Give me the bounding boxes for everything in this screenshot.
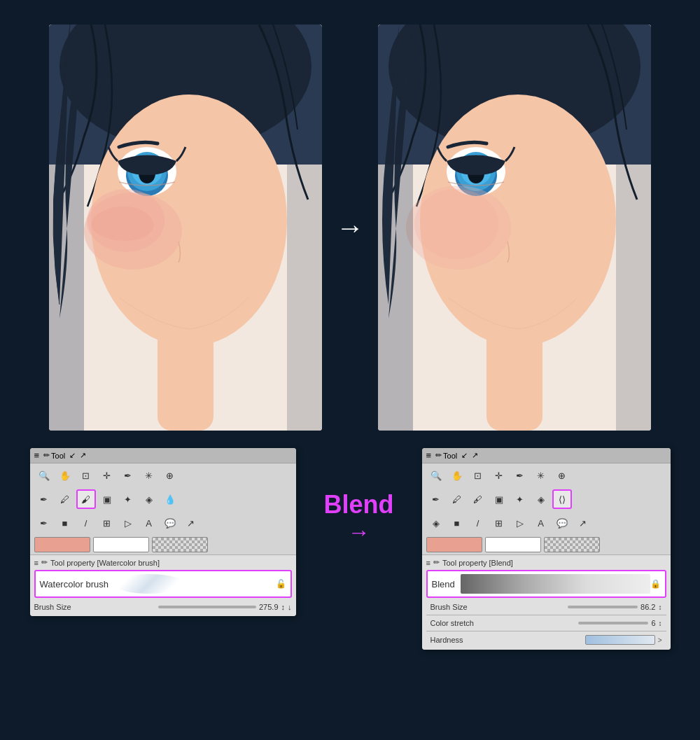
left-property-title: Tool property [Watercolor brush] (50, 559, 160, 567)
rtool-grid[interactable]: ⊞ (489, 513, 509, 533)
right-background-color[interactable] (485, 537, 541, 552)
left-color-row (30, 535, 296, 554)
left-tool-row-2: ✒ 🖊 🖌 ▣ ✦ ◈ 💧 (30, 487, 296, 511)
rtool-pen2[interactable]: ✒ (426, 489, 446, 509)
left-size-slider[interactable] (158, 606, 256, 608)
right-lock-icon[interactable]: 🔒 (650, 579, 661, 589)
tool-triangle[interactable]: ▷ (118, 513, 138, 533)
left-size-stepper[interactable]: ↕ (281, 603, 286, 611)
right-size-controls: 86.2 ↕ (568, 603, 662, 611)
right-hardness-controls: > (585, 635, 662, 645)
arrow-symbol: → (336, 212, 364, 244)
rtool-pen[interactable]: ✒ (510, 466, 530, 485)
right-color-stretch-row: Color stretch 6 ↕ (426, 617, 666, 629)
right-property-pen-icon: ✏ (433, 558, 440, 567)
tool-grid[interactable]: ⊞ (97, 513, 117, 533)
tool-text[interactable]: A (139, 513, 159, 533)
rtool-rotate[interactable]: ⊡ (468, 466, 488, 485)
tool-square[interactable]: ■ (55, 513, 75, 533)
rtool-magnify[interactable]: 🔍 (426, 466, 446, 485)
right-size-slider[interactable] (568, 606, 638, 608)
rtool-triangle[interactable]: ▷ (510, 513, 530, 533)
right-property-title: Tool property [Blend] (442, 559, 513, 567)
blend-label: Blend (323, 490, 393, 519)
rtool-text[interactable]: A (531, 513, 551, 533)
right-menu-icon[interactable]: ≡ (426, 450, 432, 461)
rtool-eyedrop[interactable]: ⊕ (552, 466, 572, 485)
tool-eraser[interactable]: ◈ (139, 489, 159, 509)
tool-select[interactable]: ↗ (181, 513, 201, 533)
left-tool-row-1: 🔍 ✋ ⊡ ✛ ✒ ✳ ⊕ (30, 463, 296, 487)
left-size-download[interactable]: ↓ (288, 603, 292, 611)
left-tab3[interactable]: ↗ (80, 451, 86, 460)
left-transparent-color (152, 537, 208, 552)
left-pen-tab[interactable]: ✏ Tool (43, 451, 65, 460)
right-size-value: 86.2 (640, 603, 655, 611)
tool-brush1[interactable]: 🖊 (55, 489, 75, 509)
rtool-diamond[interactable]: ◈ (426, 513, 446, 533)
rtool-hand[interactable]: ✋ (447, 466, 467, 485)
tool-magnify[interactable]: 🔍 (34, 466, 54, 485)
right-blend-info: Blend (432, 574, 650, 594)
tool-rotate[interactable]: ⊡ (76, 466, 96, 485)
tool-pen[interactable]: ✒ (118, 466, 138, 485)
left-brush-info: Watercolor brush (40, 574, 185, 594)
rtool-fill[interactable]: ▣ (489, 489, 509, 509)
artwork-before (49, 25, 322, 431)
svg-point-28 (414, 189, 498, 259)
tool-pen3[interactable]: ✒ (34, 513, 54, 533)
right-size-stepper[interactable]: ↕ (659, 603, 662, 611)
right-hardness-slider[interactable] (585, 635, 655, 645)
left-panel-header: ≡ ✏ Tool ↙ ↗ (30, 448, 296, 463)
tool-fill[interactable]: ▣ (97, 489, 117, 509)
tool-sparkle[interactable]: ✦ (118, 489, 138, 509)
right-tab3[interactable]: ↗ (472, 451, 478, 460)
rtool-blend[interactable]: ⟨⟩ (552, 489, 572, 509)
tool-bubble[interactable]: 💬 (160, 513, 180, 533)
svg-rect-15 (287, 165, 322, 431)
right-pen-tab[interactable]: ✏ Tool (435, 451, 457, 460)
rtool-star[interactable]: ✳ (531, 466, 551, 485)
right-blend-stroke-preview (461, 574, 650, 594)
left-size-value: 275.9 (259, 603, 279, 611)
rtool-square[interactable]: ■ (447, 513, 467, 533)
right-foreground-color[interactable] (426, 537, 482, 552)
tool-star[interactable]: ✳ (139, 466, 159, 485)
right-tool-panel: ≡ ✏ Tool ↙ ↗ 🔍 ✋ ⊡ ✛ ✒ ✳ ⊕ ✒ 🖊 🖋 ▣ (422, 448, 671, 650)
left-tool-row-3: ✒ ■ / ⊞ ▷ A 💬 ↗ (30, 511, 296, 535)
tool-move[interactable]: ✛ (97, 466, 117, 485)
tool-pen2[interactable]: ✒ (34, 489, 54, 509)
right-blend-name-row: Blend 🔒 (426, 570, 666, 598)
tool-eyedrop[interactable]: ⊕ (160, 466, 180, 485)
right-stretch-controls: 6 ↕ (578, 619, 662, 627)
left-menu-icon[interactable]: ≡ (34, 450, 40, 461)
blend-transition: Blend → (296, 490, 422, 545)
bottom-section: ≡ ✏ Tool ↙ ↗ 🔍 ✋ ⊡ ✛ ✒ ✳ ⊕ ✒ 🖊 🖌 ▣ (0, 448, 700, 740)
rtool-pen4[interactable]: 🖋 (468, 489, 488, 509)
rtool-pen3[interactable]: 🖊 (447, 489, 467, 509)
left-lock-icon[interactable]: 🔓 (276, 579, 286, 589)
left-foreground-color[interactable] (34, 537, 90, 552)
rtool-eraser[interactable]: ◈ (531, 489, 551, 509)
left-background-color[interactable] (93, 537, 149, 552)
right-stretch-slider[interactable] (578, 622, 648, 624)
tool-drop[interactable]: 💧 (160, 489, 180, 509)
left-tab2[interactable]: ↙ (69, 451, 76, 460)
right-tab2[interactable]: ↙ (461, 451, 468, 460)
rtool-slash[interactable]: / (468, 513, 488, 533)
right-hardness-more[interactable]: > (658, 636, 662, 644)
transition-arrow: → (322, 212, 378, 244)
artwork-after (378, 25, 651, 431)
tool-hand[interactable]: ✋ (55, 466, 75, 485)
rtool-move[interactable]: ✛ (489, 466, 509, 485)
tool-watercolor-brush[interactable]: 🖌 (76, 489, 96, 509)
rtool-sparkle[interactable]: ✦ (510, 489, 530, 509)
rtool-select[interactable]: ↗ (573, 513, 593, 533)
right-stretch-value: 6 (651, 619, 655, 627)
right-stretch-stepper[interactable]: ↕ (659, 620, 662, 627)
blend-arrow: → (348, 519, 370, 545)
top-section: → (0, 0, 700, 448)
right-tool-row-2: ✒ 🖊 🖋 ▣ ✦ ◈ ⟨⟩ (422, 487, 671, 511)
rtool-bubble[interactable]: 💬 (552, 513, 572, 533)
tool-slash[interactable]: / (76, 513, 96, 533)
